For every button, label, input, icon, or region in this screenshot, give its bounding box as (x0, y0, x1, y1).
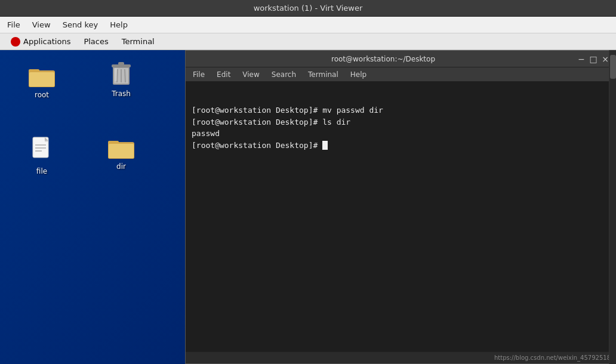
panel-applications[interactable]: Applications (5, 36, 76, 48)
terminal-line-2: passwd (192, 128, 609, 140)
term-menu-help[interactable]: Help (346, 70, 371, 79)
terminal-body[interactable]: [root@workstation Desktop]# mv passwd di… (186, 82, 615, 351)
menu-file[interactable]: File (2, 19, 25, 30)
terminal-footer: https://blog.csdn.net/weixin_45792518 (186, 351, 615, 363)
terminal-line-0: [root@workstation Desktop]# mv passwd di… (192, 104, 609, 116)
svg-rect-21 (109, 144, 134, 158)
term-menu-edit[interactable]: Edit (212, 70, 235, 79)
terminal-line-1: [root@workstation Desktop]# ls dir (192, 116, 609, 128)
terminal-window: root@workstation:~/Desktop − □ × File Ed… (185, 50, 616, 364)
redhat-icon (11, 37, 20, 47)
panel-bar: Applications Places Terminal (0, 33, 616, 50)
terminal-menubar: File Edit View Search Terminal Help (186, 67, 615, 82)
svg-rect-7 (118, 62, 124, 65)
desktop-icon-trash[interactable]: Trash (97, 56, 145, 100)
desktop-icon-dir[interactable]: dir (97, 134, 145, 173)
terminal-buttons[interactable]: − □ × (576, 54, 611, 64)
desktop: root Trash file (0, 50, 616, 364)
trash-icon-img (109, 58, 133, 87)
folder-icon-dir-img (107, 136, 135, 160)
title-bar: workstation (1) - Virt Viewer (0, 0, 616, 17)
svg-rect-11 (115, 68, 117, 81)
terminal-minimize-btn[interactable]: − (576, 54, 587, 64)
panel-terminal[interactable]: Terminal (116, 36, 161, 47)
svg-line-10 (125, 69, 125, 82)
trash-icon-label: Trash (112, 90, 131, 98)
dir-icon-label: dir (116, 162, 126, 171)
term-menu-terminal[interactable]: Terminal (303, 70, 343, 79)
menu-view[interactable]: View (27, 19, 56, 30)
footer-url: https://blog.csdn.net/weixin_45792518 (494, 354, 611, 361)
desktop-scrollbar[interactable] (609, 50, 616, 364)
terminal-title: root@workstation:~/Desktop (190, 55, 576, 63)
terminal-line-3: [root@workstation Desktop]# (192, 140, 609, 152)
term-menu-file[interactable]: File (188, 70, 210, 79)
desktop-scrollbar-thumb[interactable] (610, 55, 616, 79)
terminal-maximize-btn[interactable]: □ (588, 54, 599, 64)
term-menu-search[interactable]: Search (267, 70, 301, 79)
menu-help[interactable]: Help (105, 19, 133, 30)
svg-rect-3 (29, 72, 54, 87)
desktop-icon-file[interactable]: file (18, 134, 66, 178)
menu-bar: File View Send key Help (0, 17, 616, 33)
panel-places[interactable]: Places (78, 36, 114, 47)
root-icon-label: root (35, 91, 49, 99)
svg-line-8 (117, 69, 118, 82)
terminal-cursor (322, 141, 328, 150)
terminal-output: [root@workstation Desktop]# mv passwd di… (192, 104, 609, 151)
title-text: workstation (1) - Virt Viewer (254, 4, 363, 13)
term-menu-view[interactable]: View (238, 70, 264, 79)
menu-sendkey[interactable]: Send key (58, 19, 103, 30)
file-icon-img (30, 136, 54, 165)
terminal-titlebar: root@workstation:~/Desktop − □ × (186, 51, 615, 67)
file-icon-label: file (36, 167, 47, 175)
folder-icon-root-img (27, 64, 56, 88)
desktop-icon-root[interactable]: root (18, 62, 66, 101)
